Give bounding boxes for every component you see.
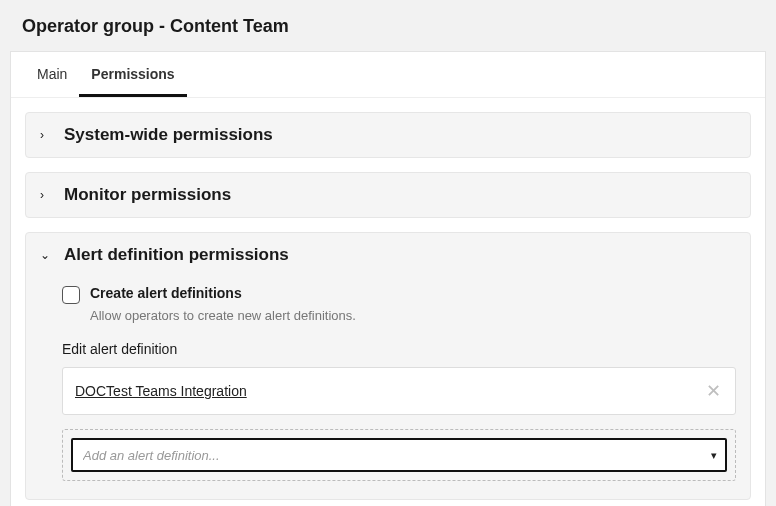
accordion-body-alert: Create alert definitions Allow operators… — [26, 277, 750, 499]
accordion-title-alert: Alert definition permissions — [64, 245, 289, 265]
chevron-down-icon: ⌄ — [40, 248, 54, 262]
add-alert-input[interactable] — [71, 438, 727, 472]
panel-body: › System-wide permissions › Monitor perm… — [11, 98, 765, 506]
chevron-right-icon: › — [40, 128, 54, 142]
accordion-title-system: System-wide permissions — [64, 125, 273, 145]
create-alert-description: Allow operators to create new alert defi… — [90, 308, 736, 323]
edit-alert-label: Edit alert definition — [62, 341, 736, 357]
page-title: Operator group - Content Team — [0, 0, 776, 51]
accordion-monitor-permissions: › Monitor permissions — [25, 172, 751, 218]
tab-permissions[interactable]: Permissions — [79, 52, 186, 97]
accordion-system-permissions: › System-wide permissions — [25, 112, 751, 158]
close-icon: ✕ — [706, 381, 721, 401]
accordion-header-monitor[interactable]: › Monitor permissions — [26, 173, 750, 217]
add-alert-dropzone: ▾ — [62, 429, 736, 481]
remove-alert-button[interactable]: ✕ — [704, 380, 723, 402]
create-alert-label: Create alert definitions — [90, 285, 242, 301]
tab-bar: Main Permissions — [11, 52, 765, 98]
create-alert-checkbox[interactable] — [62, 286, 80, 304]
accordion-header-system[interactable]: › System-wide permissions — [26, 113, 750, 157]
accordion-title-monitor: Monitor permissions — [64, 185, 231, 205]
accordion-header-alert[interactable]: ⌄ Alert definition permissions — [26, 233, 750, 277]
tab-main[interactable]: Main — [25, 52, 79, 97]
selected-alert-link[interactable]: DOCTest Teams Integration — [75, 383, 247, 399]
accordion-alert-permissions: ⌄ Alert definition permissions Create al… — [25, 232, 751, 500]
create-alert-checkbox-row: Create alert definitions — [62, 285, 736, 304]
chevron-right-icon: › — [40, 188, 54, 202]
add-alert-dropdown[interactable]: ▾ — [71, 438, 727, 472]
selected-alert-definition: DOCTest Teams Integration ✕ — [62, 367, 736, 415]
main-panel: Main Permissions › System-wide permissio… — [10, 51, 766, 506]
